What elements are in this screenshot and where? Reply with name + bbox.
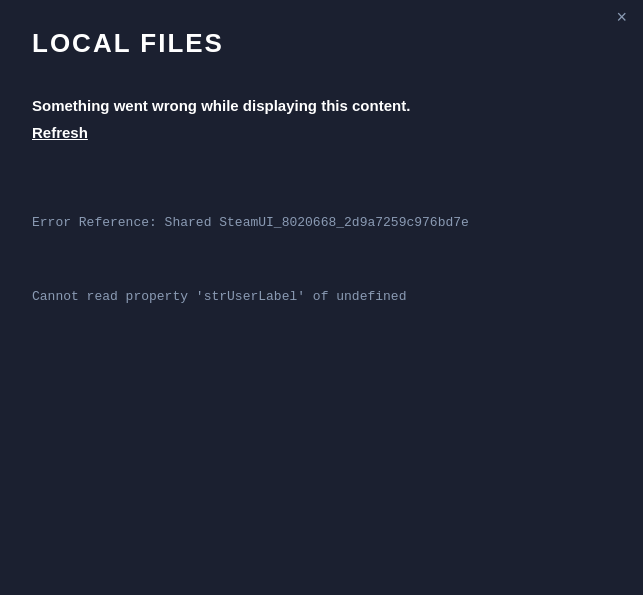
- error-message: Something went wrong while displaying th…: [32, 95, 611, 118]
- error-detail-line2: Cannot read property 'strUserLabel' of u…: [32, 285, 611, 308]
- main-window: × LOCAL FILES Something went wrong while…: [0, 0, 643, 595]
- close-button[interactable]: ×: [610, 6, 633, 28]
- page-title: LOCAL FILES: [32, 28, 611, 59]
- refresh-link[interactable]: Refresh: [32, 124, 88, 141]
- error-section: Something went wrong while displaying th…: [32, 95, 611, 360]
- error-detail-line1: Error Reference: Shared SteamUI_8020668_…: [32, 211, 611, 234]
- error-detail: Error Reference: Shared SteamUI_8020668_…: [32, 165, 611, 360]
